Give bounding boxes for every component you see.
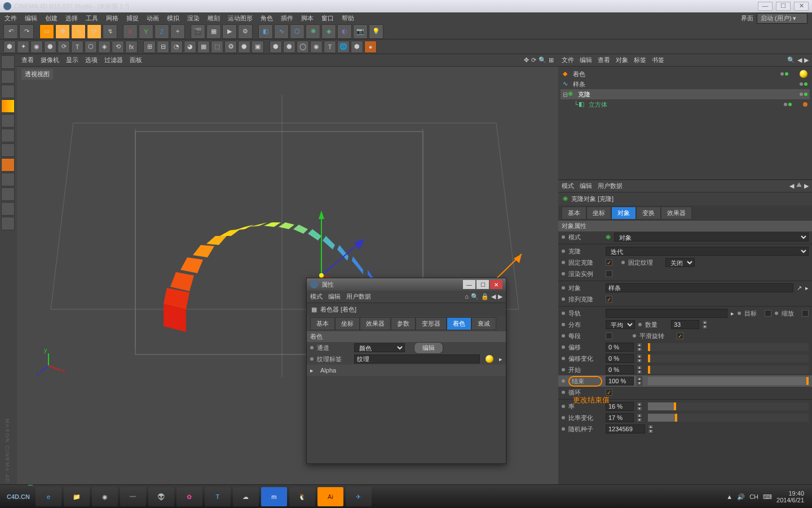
om-menu[interactable]: 查看 [598,56,610,64]
x-axis-toggle[interactable]: X [123,24,138,39]
tool-icon[interactable]: fx [125,41,138,53]
menu-mograph[interactable]: 运动图形 [228,14,253,23]
tool-icon[interactable]: ⬚ [211,41,223,53]
fixtex-dropdown[interactable]: 关闭 [665,258,695,267]
mode-dropdown[interactable]: 对象 [614,233,809,242]
rate-field[interactable] [606,402,634,411]
tray-icon[interactable]: 🔊 [737,493,745,501]
tool-icon[interactable]: ◕ [184,41,196,53]
tool-icon[interactable]: ▣ [251,41,264,53]
dist-dropdown[interactable]: 平均 [606,320,635,329]
om-menu[interactable]: 编辑 [580,56,592,64]
locked-button[interactable] [1,217,15,230]
coord-system-button[interactable]: ⌖ [170,24,185,39]
minimize-button[interactable]: — [758,2,773,11]
tool-icon[interactable]: ⬣ [238,41,250,53]
taskbar-c4d[interactable]: ◉ [92,487,118,506]
alignclone-checkbox[interactable] [606,296,612,303]
menu-edit[interactable]: 编辑 [25,14,37,23]
end-field[interactable] [606,376,634,386]
tool-icon[interactable]: ⬣ [44,41,56,53]
rotate-tool[interactable]: ⟳ [87,24,102,39]
offsetvar-slider[interactable] [648,354,809,362]
clone-dropdown[interactable]: 迭代 [606,247,809,256]
tool-icon[interactable]: ▦ [197,41,210,53]
menu-window[interactable]: 窗口 [321,14,334,23]
seed-field[interactable] [606,424,645,433]
object-row[interactable]: ∿样条 [561,79,810,89]
taskbar-explorer[interactable]: 📁 [64,487,90,506]
lasttool-button[interactable]: ↯ [103,24,117,39]
menu-sculpt[interactable]: 雕刻 [208,14,220,23]
close-button[interactable]: ✕ [794,2,809,11]
tool-icon[interactable]: ◯ [297,41,309,53]
vp-menu-panel[interactable]: 面板 [130,56,142,64]
tool-icon[interactable]: T [71,41,83,53]
layout-dropdown[interactable]: 启动 (用户) ▾ [757,13,807,24]
mode-poly-button[interactable] [1,143,15,157]
add-deformer-button[interactable]: ◈ [321,24,336,39]
tweak-button[interactable] [1,173,15,186]
tool-icon[interactable]: ◈ [98,41,111,53]
tool-icon[interactable]: ⊞ [143,41,156,53]
tool-icon[interactable]: ◔ [170,41,183,53]
tab-effector[interactable]: 效果器 [661,207,692,220]
om-menu[interactable]: 标签 [634,56,646,64]
tab-object[interactable]: 对象 [611,207,636,220]
maximize-button[interactable]: ☐ [776,2,791,11]
tool-icon[interactable]: ⟲ [112,41,124,53]
menu-simulate[interactable]: 模拟 [167,14,179,23]
tool-icon[interactable]: ⬢ [3,41,16,53]
am-menu[interactable]: 编辑 [580,182,592,190]
om-menu[interactable]: 书签 [652,56,664,64]
tool-icon[interactable]: T [324,41,336,53]
select-tool[interactable]: ▭ [39,24,54,39]
snap-button[interactable] [1,187,15,201]
tool-icon[interactable]: ◉ [310,41,323,53]
mode-uv-button[interactable] [1,85,15,98]
offset-slider[interactable] [648,343,809,351]
start-slider[interactable] [648,366,809,374]
vp-menu-filter[interactable]: 过滤器 [104,56,123,64]
undo-button[interactable]: ↶ [3,24,18,39]
menu-mesh[interactable]: 网格 [106,14,118,23]
tray-icon[interactable]: ⌨ [763,493,772,501]
float-minimize[interactable]: — [463,280,475,289]
menu-render[interactable]: 渲染 [187,14,200,23]
menu-plugins[interactable]: 插件 [281,14,293,23]
am-menu[interactable]: 模式 [562,182,574,190]
tool-icon[interactable]: ⟳ [58,41,70,53]
add-cube-button[interactable]: ◧ [258,24,273,39]
tool-icon[interactable]: ◉ [30,41,43,53]
add-nurbs-button[interactable]: ⬡ [290,24,304,39]
offsetvar-field[interactable] [606,354,634,363]
ratevar-slider[interactable] [648,414,809,422]
render-settings-button[interactable]: ⚙ [238,24,253,39]
rate-slider[interactable] [648,402,809,410]
render-region-button[interactable]: ▦ [206,24,221,39]
menu-tools[interactable]: 工具 [86,14,98,23]
menu-character[interactable]: 角色 [261,14,273,23]
menu-snap[interactable]: 捕捉 [126,14,139,23]
mode-model-button[interactable] [1,55,15,69]
tool-icon[interactable]: ⬡ [85,41,97,53]
move-tool[interactable]: ✥ [55,24,70,39]
tab-basic[interactable]: 基本 [562,207,586,220]
z-axis-toggle[interactable]: Z [155,24,169,39]
object-row[interactable]: ◆着色 [561,69,810,79]
rail-field[interactable] [606,309,727,318]
taskbar-ai[interactable]: Ai [317,487,343,506]
scale-tool[interactable]: ⤡ [71,24,86,39]
end-slider[interactable] [648,377,809,385]
tool-icon[interactable]: ● [364,41,377,53]
mode-axis-button[interactable] [1,158,15,172]
mode-edge-button[interactable] [1,129,15,142]
menu-select[interactable]: 选择 [65,14,78,23]
tool-icon[interactable]: ⊟ [157,41,169,53]
tool-icon[interactable]: 🌐 [337,41,350,53]
am-menu[interactable]: 用户数据 [598,182,623,190]
taskbar-app[interactable]: ✿ [176,487,202,506]
tab-transform[interactable]: 变换 [636,207,661,220]
search-icon[interactable]: 🔍 [787,56,795,64]
taskbar-ie[interactable]: e [36,487,61,506]
